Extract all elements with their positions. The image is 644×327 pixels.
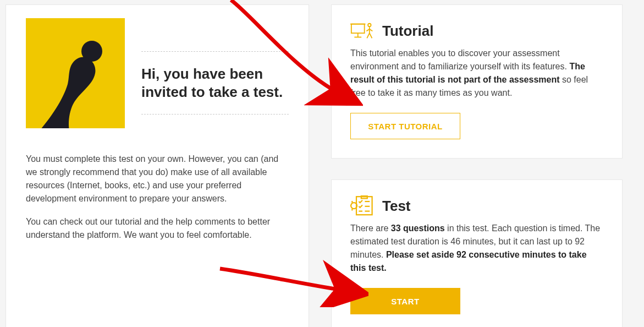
checklist-icon (350, 197, 375, 215)
tutorial-title: Tutorial (382, 23, 433, 40)
svg-rect-11 (356, 197, 372, 215)
brand-logo (26, 18, 125, 128)
test-card: Test There are 33 questions in this test… (331, 179, 623, 327)
tutorial-body: This tutorial enables you to discover yo… (350, 47, 603, 100)
test-body: There are 33 questions in this test. Eac… (350, 222, 603, 275)
svg-point-5 (368, 24, 371, 26)
invite-panel: Hi, you have been invited to take a test… (5, 4, 309, 327)
start-test-button[interactable]: Start (350, 288, 460, 314)
svg-rect-1 (351, 24, 365, 33)
presentation-icon (350, 21, 375, 40)
tutorial-card: Tutorial This tutorial enables you to di… (331, 4, 623, 159)
greeting-block: Hi, you have been invited to take a test… (141, 51, 289, 115)
intro-paragraph-1: You must complete this test on your own.… (26, 152, 289, 205)
start-tutorial-button[interactable]: Start Tutorial (350, 113, 460, 139)
greeting-title: Hi, you have been invited to take a test… (141, 65, 289, 101)
intro-paragraph-2: You can check out our tutorial and the h… (26, 215, 289, 242)
blob-logo-icon (26, 18, 125, 128)
svg-line-10 (370, 34, 372, 39)
svg-line-9 (367, 34, 370, 39)
test-title: Test (382, 198, 411, 215)
